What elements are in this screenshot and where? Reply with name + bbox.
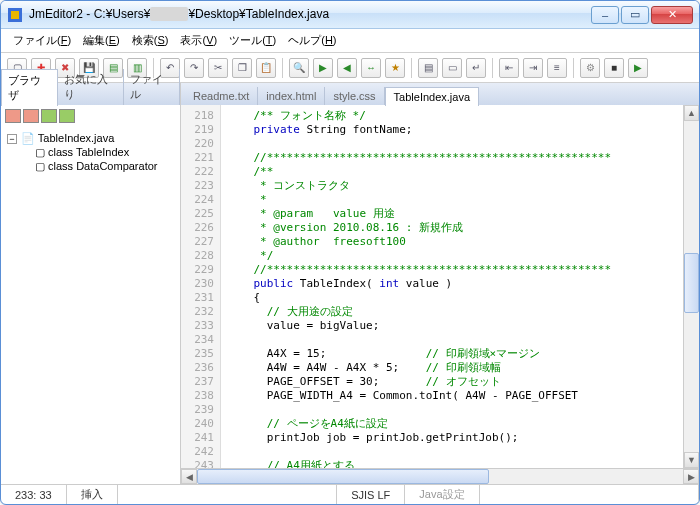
sidebar-tab[interactable]: お気に入り [58,69,124,105]
window-title: JmEditor2 - C:¥Users¥ ¥Desktop¥TableInde… [29,6,591,23]
menu-s[interactable]: 検索(S) [132,33,169,48]
settings-icon: ⚙ [586,62,595,73]
toolbar-settings-button[interactable]: ⚙ [580,58,600,78]
tree-node[interactable]: ▢ class TableIndex [35,146,174,159]
statusbar: 233: 33 挿入 SJIS LF Java設定 [1,484,699,504]
maximize-button[interactable]: ▭ [621,6,649,24]
prev-icon: ◀ [343,62,351,73]
toolbar-cut-button[interactable]: ✂ [208,58,228,78]
run-icon: ▶ [634,62,642,73]
status-mode: 挿入 [67,485,118,504]
line-gutter: 218 219 220 221 222 223 224 225 226 227 … [181,105,221,468]
status-encoding: SJIS LF [337,485,405,504]
menu-f[interactable]: ファイル(F) [13,33,71,48]
wrap-icon: ↵ [472,62,480,73]
editor-tab[interactable]: index.html [258,87,325,105]
scroll-down-icon[interactable]: ▼ [684,452,699,468]
toolbar-replace-button[interactable]: ↔ [361,58,381,78]
status-spacer [118,485,337,504]
horizontal-scrollbar[interactable]: ◀ ▶ [181,468,699,484]
editor-tabs: Readme.txtindex.htmlstyle.cssTableIndex.… [181,83,699,105]
class-icon: ▢ [35,160,45,172]
toolbar-indent-button[interactable]: ⇥ [523,58,543,78]
view-mode-icon-b[interactable] [23,109,39,123]
outline-tree: −📄 TableIndex.java▢ class TableIndex▢ cl… [1,127,180,178]
menubar: ファイル(F)編集(E)検索(S)表示(V)ツール(T)ヘルプ(H) [1,29,699,53]
toolbar-find-button[interactable]: 🔍 [289,58,309,78]
toolbar-next-button[interactable]: ▶ [313,58,333,78]
cut-icon: ✂ [214,62,222,73]
view-single-icon: ▭ [448,62,457,73]
toggle-icon: ≡ [554,62,560,73]
hscroll-thumb[interactable] [197,469,489,484]
toolbar-run-button[interactable]: ▶ [628,58,648,78]
app-window: JmEditor2 - C:¥Users¥ ¥Desktop¥TableInde… [0,0,700,505]
sidebar-tabs: ブラウザお気に入りファイル [1,83,180,105]
status-lang[interactable]: Java設定 [405,485,479,504]
status-position: 233: 33 [1,485,67,504]
code-viewport: 218 219 220 221 222 223 224 225 226 227 … [181,105,699,468]
view-mode-icon-c[interactable] [41,109,57,123]
toolbar-macro-button[interactable]: ■ [604,58,624,78]
tree-node[interactable]: ▢ class DataComparator [35,160,174,173]
menu-v[interactable]: 表示(V) [180,33,217,48]
toolbar-view-single-button[interactable]: ▭ [442,58,462,78]
scroll-up-icon[interactable]: ▲ [684,105,699,121]
toolbar-copy-button[interactable]: ❐ [232,58,252,78]
toolbar-prev-button[interactable]: ◀ [337,58,357,78]
svg-rect-1 [11,11,19,19]
scroll-right-icon[interactable]: ▶ [683,469,699,484]
view-mode-icon-d[interactable] [59,109,75,123]
close-button[interactable]: ✕ [651,6,693,24]
toolbar-wrap-button[interactable]: ↵ [466,58,486,78]
sidebar-tab[interactable]: ブラウザ [1,69,58,106]
vscroll-thumb[interactable] [684,253,699,313]
outdent-icon: ⇤ [505,62,513,73]
toolbar-separator [573,58,574,78]
menu-h[interactable]: ヘルプ(H) [288,33,336,48]
minimize-button[interactable]: – [591,6,619,24]
copy-icon: ❐ [238,62,247,73]
toolbar-toggle-button[interactable]: ≡ [547,58,567,78]
titlebar[interactable]: JmEditor2 - C:¥Users¥ ¥Desktop¥TableInde… [1,1,699,29]
toolbar-paste-button[interactable]: 📋 [256,58,276,78]
vertical-scrollbar[interactable]: ▲ ▼ [683,105,699,468]
status-spacer2 [480,485,699,504]
next-icon: ▶ [319,62,327,73]
sidebar-view-buttons [1,105,180,127]
macro-icon: ■ [611,62,617,73]
redo-icon: ↷ [190,62,198,73]
file-icon: 📄 [21,132,35,144]
toolbar-view-split-button[interactable]: ▤ [418,58,438,78]
view-mode-icon-a[interactable] [5,109,21,123]
vscroll-track[interactable] [684,121,699,452]
find-icon: 🔍 [293,62,305,73]
editor-tab[interactable]: style.css [325,87,384,105]
sidebar-tab[interactable]: ファイル [124,69,180,105]
toolbar-separator [492,58,493,78]
toolbar-separator [411,58,412,78]
paste-icon: 📋 [260,62,272,73]
editor-tab[interactable]: TableIndex.java [385,87,479,106]
hscroll-track[interactable] [197,469,683,484]
editor-tab[interactable]: Readme.txt [185,87,258,105]
toolbar-redo-button[interactable]: ↷ [184,58,204,78]
view-split-icon: ▤ [424,62,433,73]
editor-area: Readme.txtindex.htmlstyle.cssTableIndex.… [181,83,699,484]
toolbar-outdent-button[interactable]: ⇤ [499,58,519,78]
window-controls: – ▭ ✕ [591,6,693,24]
toolbar-mark-button[interactable]: ★ [385,58,405,78]
menu-t[interactable]: ツール(T) [229,33,276,48]
class-icon: ▢ [35,146,45,158]
scroll-left-icon[interactable]: ◀ [181,469,197,484]
menu-e[interactable]: 編集(E) [83,33,120,48]
code-text[interactable]: /** フォント名称 */ private String fontName; /… [221,105,683,468]
mark-icon: ★ [391,62,400,73]
sidebar: ブラウザお気に入りファイル −📄 TableIndex.java▢ class … [1,83,181,484]
replace-icon: ↔ [366,62,376,73]
body: ブラウザお気に入りファイル −📄 TableIndex.java▢ class … [1,83,699,484]
app-icon [7,7,23,23]
indent-icon: ⇥ [529,62,537,73]
collapse-icon[interactable]: − [7,134,17,144]
tree-root[interactable]: −📄 TableIndex.java [7,132,174,145]
